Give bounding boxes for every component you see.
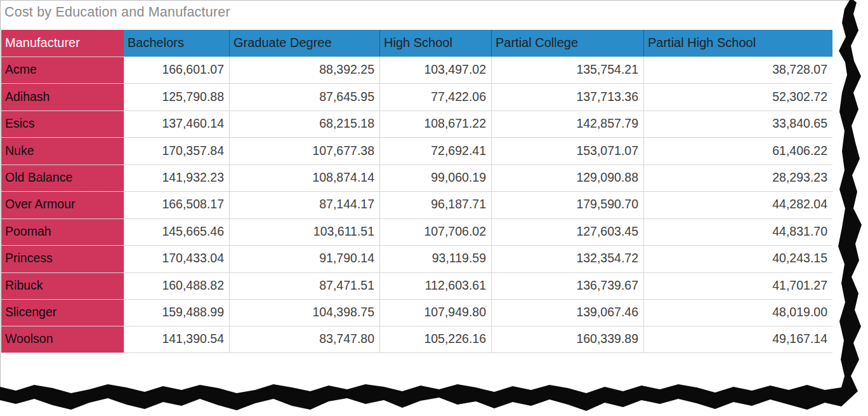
value-cell[interactable]: 68,215.18 <box>229 111 379 137</box>
row-header-cell[interactable]: Princess <box>1 245 124 272</box>
table-row: Old Balance141,932.23108,874.1499,060.19… <box>1 164 832 191</box>
column-header-manufacturer[interactable]: Manufacturer <box>1 30 124 57</box>
value-cell[interactable]: 139,067.46 <box>491 299 643 326</box>
value-cell[interactable]: 145,665.46 <box>124 218 229 245</box>
column-header[interactable]: Graduate Degree <box>229 30 379 57</box>
value-cell[interactable]: 44,282.04 <box>643 191 832 218</box>
visual-border-top <box>0 0 849 1</box>
row-header-cell[interactable]: Poomah <box>1 218 124 245</box>
value-cell[interactable]: 88,392.25 <box>229 57 379 83</box>
value-cell[interactable]: 33,840.65 <box>643 111 832 137</box>
value-cell[interactable]: 28,293.23 <box>643 164 832 191</box>
table-row: Esics137,460.1468,215.18108,671.22142,85… <box>1 111 832 137</box>
value-cell[interactable]: 108,671.22 <box>379 111 491 137</box>
value-cell[interactable]: 107,677.38 <box>229 137 379 164</box>
value-cell[interactable]: 72,692.41 <box>379 137 491 164</box>
value-cell[interactable]: 166,601.07 <box>124 57 229 83</box>
value-cell[interactable]: 52,302.72 <box>643 83 832 110</box>
row-header-cell[interactable]: Nuke <box>1 137 124 164</box>
value-cell[interactable]: 166,508.17 <box>124 191 229 218</box>
table-row: Princess170,433.0491,790.1493,119.59132,… <box>1 245 832 272</box>
row-header-cell[interactable]: Acme <box>1 57 124 83</box>
value-cell[interactable]: 142,857.79 <box>491 111 643 137</box>
column-header[interactable]: Partial College <box>491 30 643 57</box>
row-header-cell[interactable]: Slicenger <box>1 299 124 326</box>
visual-title: Cost by Education and Manufacturer <box>4 4 230 20</box>
cost-table: ManufacturerBachelorsGraduate DegreeHigh… <box>1 30 832 353</box>
row-header-cell[interactable]: Ribuck <box>1 272 124 299</box>
value-cell[interactable]: 170,433.04 <box>124 245 229 272</box>
table-row: Nuke170,357.84107,677.3872,692.41153,071… <box>1 137 832 164</box>
value-cell[interactable]: 87,144.17 <box>229 191 379 218</box>
value-cell[interactable]: 129,090.88 <box>491 164 643 191</box>
value-cell[interactable]: 44,831.70 <box>643 218 832 245</box>
header-row: ManufacturerBachelorsGraduate DegreeHigh… <box>1 30 832 57</box>
value-cell[interactable]: 40,243.15 <box>643 245 832 272</box>
value-cell[interactable]: 61,406.22 <box>643 137 832 164</box>
row-header-cell[interactable]: Woolson <box>1 326 124 352</box>
value-cell[interactable]: 48,019.00 <box>643 299 832 326</box>
value-cell[interactable]: 77,422.06 <box>379 83 491 110</box>
value-cell[interactable]: 93,119.59 <box>379 245 491 272</box>
screenshot-canvas: Cost by Education and Manufacturer Manuf… <box>0 0 868 416</box>
visual-border-left <box>0 0 1 399</box>
row-header-cell[interactable]: Old Balance <box>1 164 124 191</box>
column-header[interactable]: Bachelors <box>124 30 229 57</box>
table-row: Poomah145,665.46103,611.51107,706.02127,… <box>1 218 832 245</box>
value-cell[interactable]: 91,790.14 <box>229 245 379 272</box>
value-cell[interactable]: 107,949.80 <box>379 299 491 326</box>
table-row: Slicenger159,488.99104,398.75107,949.801… <box>1 299 832 326</box>
value-cell[interactable]: 141,390.54 <box>124 326 229 352</box>
value-cell[interactable]: 170,357.84 <box>124 137 229 164</box>
value-cell[interactable]: 103,611.51 <box>229 218 379 245</box>
value-cell[interactable]: 96,187.71 <box>379 191 491 218</box>
table-row: Woolson141,390.5483,747.80105,226.16160,… <box>1 326 832 352</box>
table-row: Adihash125,790.8887,645.9577,422.06137,7… <box>1 83 832 110</box>
value-cell[interactable]: 41,701.27 <box>643 272 832 299</box>
value-cell[interactable]: 108,874.14 <box>229 164 379 191</box>
value-cell[interactable]: 125,790.88 <box>124 83 229 110</box>
table-body: Acme166,601.0788,392.25103,497.02135,754… <box>1 57 832 353</box>
value-cell[interactable]: 153,071.07 <box>491 137 643 164</box>
value-cell[interactable]: 105,226.16 <box>379 326 491 352</box>
value-cell[interactable]: 160,339.89 <box>491 326 643 352</box>
table-row: Over Armour166,508.1787,144.1796,187.711… <box>1 191 832 218</box>
value-cell[interactable]: 137,713.36 <box>491 83 643 110</box>
value-cell[interactable]: 49,167.14 <box>643 326 832 352</box>
value-cell[interactable]: 135,754.21 <box>491 57 643 83</box>
value-cell[interactable]: 159,488.99 <box>124 299 229 326</box>
table-row: Acme166,601.0788,392.25103,497.02135,754… <box>1 57 832 83</box>
value-cell[interactable]: 83,747.80 <box>229 326 379 352</box>
column-header[interactable]: Partial High School <box>643 30 832 57</box>
value-cell[interactable]: 107,706.02 <box>379 218 491 245</box>
value-cell[interactable]: 127,603.45 <box>491 218 643 245</box>
value-cell[interactable]: 179,590.70 <box>491 191 643 218</box>
table-row: Ribuck160,488.8287,471.51112,603.61136,7… <box>1 272 832 299</box>
value-cell[interactable]: 87,471.51 <box>229 272 379 299</box>
value-cell[interactable]: 141,932.23 <box>124 164 229 191</box>
value-cell[interactable]: 87,645.95 <box>229 83 379 110</box>
value-cell[interactable]: 112,603.61 <box>379 272 491 299</box>
column-header[interactable]: High School <box>379 30 491 57</box>
value-cell[interactable]: 99,060.19 <box>379 164 491 191</box>
value-cell[interactable]: 160,488.82 <box>124 272 229 299</box>
value-cell[interactable]: 104,398.75 <box>229 299 379 326</box>
value-cell[interactable]: 137,460.14 <box>124 111 229 137</box>
value-cell[interactable]: 132,354.72 <box>491 245 643 272</box>
value-cell[interactable]: 38,728.07 <box>643 57 832 83</box>
value-cell[interactable]: 136,739.67 <box>491 272 643 299</box>
row-header-cell[interactable]: Adihash <box>1 83 124 110</box>
row-header-cell[interactable]: Over Armour <box>1 191 124 218</box>
row-header-cell[interactable]: Esics <box>1 111 124 137</box>
value-cell[interactable]: 103,497.02 <box>379 57 491 83</box>
